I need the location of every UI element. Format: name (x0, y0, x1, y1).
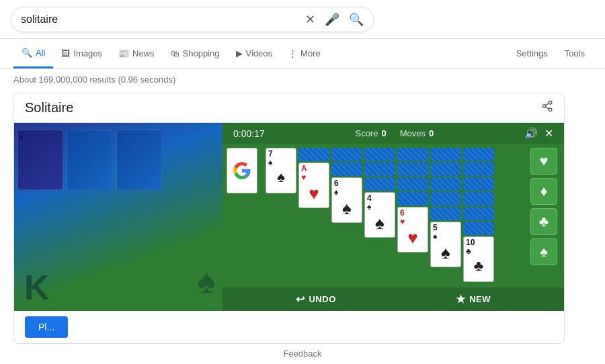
tableau-col-6[interactable]: 5♠ ♠ (430, 148, 461, 267)
search-tabs: 🔍 All 🖼 Images 📰 News 🛍 Shopping ▶ Video… (0, 39, 605, 69)
game-stats: Score 0 Moves 0 (355, 128, 434, 138)
tab-shopping[interactable]: 🛍 Shopping (163, 39, 228, 69)
undo-icon: ↩ (296, 293, 305, 306)
game-header-controls: 🔊 ✕ (524, 127, 553, 140)
card-area: 7♠ ♠ A♥ ♥ 6♠ (223, 144, 564, 287)
share-button[interactable] (541, 100, 553, 116)
clear-search-button[interactable]: ✕ (305, 12, 315, 27)
widget-title: Solitaire (25, 100, 73, 116)
moves-value: 0 (429, 128, 434, 138)
settings-tab[interactable]: Settings (510, 39, 555, 69)
game-footer: ↩ UNDO ★ NEW (223, 287, 564, 311)
foundation-area: ♥ ♦ ♣ ♠ (530, 148, 560, 265)
tableau-col-3[interactable]: 6♠ ♠ (331, 148, 362, 223)
search-box[interactable]: ✕ 🎤 🔍 (11, 7, 374, 32)
foundation-diamonds[interactable]: ♦ (530, 178, 557, 205)
tab-videos[interactable]: ▶ Videos (228, 39, 281, 69)
svg-line-3 (545, 107, 549, 109)
svg-point-0 (549, 101, 552, 105)
svg-line-4 (545, 103, 549, 105)
search-input[interactable] (21, 13, 298, 26)
game-timer: 0:00:17 (233, 128, 265, 139)
foundation-clubs[interactable]: ♣ (530, 208, 557, 235)
game-background-image: ♠ K ♠ (14, 123, 223, 311)
game-header: 0:00:17 Score 0 Moves 0 🔊 ✕ (223, 123, 564, 144)
tab-news[interactable]: 📰 News (110, 39, 163, 69)
score-label: Score (355, 128, 378, 138)
moves-label: Moves (400, 128, 426, 138)
voice-search-button[interactable]: 🎤 (325, 12, 339, 27)
all-icon: 🔍 (22, 48, 32, 58)
star-icon: ★ (456, 293, 466, 306)
results-count: About 169,000,000 results (0.96 seconds) (0, 69, 605, 90)
svg-point-2 (549, 108, 552, 111)
solitaire-widget: Solitaire ♠ K ♠ 0:00:17 (13, 93, 565, 344)
tableau-col-5[interactable]: 6♥ ♥ (397, 148, 428, 253)
widget-body: ♠ K ♠ 0:00:17 Score 0 Moves 0 (14, 123, 564, 311)
news-icon: 📰 (118, 48, 129, 58)
score-value: 0 (381, 128, 386, 138)
new-game-button[interactable]: ★ NEW (456, 293, 491, 306)
more-icon: ⋮ (288, 48, 297, 58)
tab-images[interactable]: 🖼 Images (53, 39, 110, 69)
mute-button[interactable]: 🔊 (524, 127, 538, 140)
tableau-col-1[interactable]: 7♠ ♠ (266, 148, 296, 193)
tableau-col-2[interactable]: A♥ ♥ (298, 148, 329, 208)
tableau-col-7[interactable]: 10♣ ♣ (463, 148, 494, 282)
close-game-button[interactable]: ✕ (544, 127, 553, 140)
tableau-col-4[interactable]: 4♠ ♠ (364, 148, 395, 238)
foundation-spades[interactable]: ♠ (530, 238, 557, 265)
undo-button[interactable]: ↩ UNDO (296, 293, 336, 306)
search-button[interactable]: 🔍 (349, 12, 364, 27)
foundation-hearts[interactable]: ♥ (530, 148, 557, 175)
videos-icon: ▶ (236, 48, 243, 58)
play-button-area: Pl... (14, 311, 564, 343)
svg-point-1 (542, 105, 546, 108)
solitaire-game-panel: 0:00:17 Score 0 Moves 0 🔊 ✕ (223, 123, 564, 311)
tab-more[interactable]: ⋮ More (280, 39, 329, 69)
shopping-icon: 🛍 (171, 48, 179, 58)
widget-header: Solitaire (14, 93, 564, 123)
tools-tab[interactable]: Tools (558, 39, 592, 69)
images-icon: 🖼 (61, 48, 70, 58)
play-button[interactable]: Pl... (25, 316, 68, 338)
tab-all[interactable]: 🔍 All (13, 39, 53, 69)
feedback-link[interactable]: Feedback (283, 349, 321, 359)
stock-pile[interactable] (227, 148, 257, 193)
